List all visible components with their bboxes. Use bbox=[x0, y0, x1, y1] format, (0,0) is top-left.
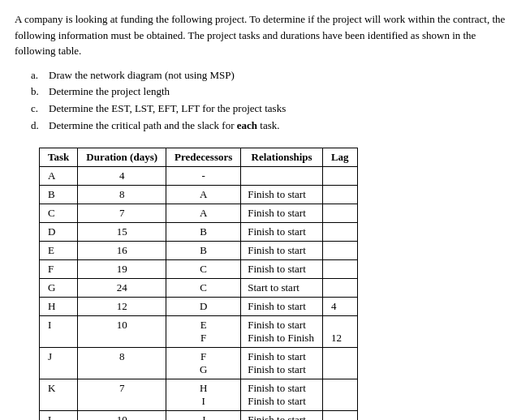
cell-task: D bbox=[40, 222, 78, 241]
list-text-c: Determine the EST, LST, EFT, LFT for the… bbox=[49, 101, 286, 118]
cell-predecessors: EF bbox=[166, 315, 241, 347]
cell-relationships: Finish to startFinish to Finish bbox=[241, 315, 323, 347]
col-header-lag: Lag bbox=[322, 148, 357, 166]
cell-predecessors: C bbox=[166, 278, 241, 297]
cell-lag bbox=[322, 379, 357, 410]
cell-lag: 4 bbox=[322, 297, 357, 315]
cell-task: K bbox=[40, 379, 78, 410]
col-header-task: Task bbox=[40, 148, 78, 166]
cell-predecessors: FG bbox=[166, 347, 241, 379]
cell-predecessors: B bbox=[166, 241, 241, 259]
cell-duration: 10 bbox=[78, 410, 166, 420]
cell-predecessors: HI bbox=[166, 379, 241, 410]
cell-relationships: Finish to start bbox=[241, 410, 323, 420]
table-row: H 12 D Finish to start 4 bbox=[40, 297, 358, 315]
cell-duration: 12 bbox=[78, 297, 166, 315]
cell-lag bbox=[322, 222, 357, 241]
cell-relationships: Finish to start bbox=[241, 185, 323, 204]
cell-lag: 12 bbox=[322, 315, 357, 347]
task-list: a. Draw the network diagram (not using M… bbox=[31, 67, 515, 135]
cell-task: I bbox=[40, 315, 78, 347]
table-row: B 8 A Finish to start bbox=[40, 185, 358, 204]
cell-task: G bbox=[40, 278, 78, 297]
cell-relationships bbox=[241, 166, 323, 185]
cell-lag bbox=[322, 204, 357, 222]
table-row: G 24 C Start to start bbox=[40, 278, 358, 297]
intro-paragraph: A company is looking at funding the foll… bbox=[15, 11, 515, 59]
cell-duration: 8 bbox=[78, 185, 166, 204]
list-label-d: d. bbox=[31, 118, 49, 135]
cell-lag bbox=[322, 241, 357, 259]
project-table: Task Duration (days) Predecessors Relati… bbox=[39, 148, 358, 420]
cell-duration: 19 bbox=[78, 259, 166, 278]
table-row: J 8 FG Finish to startFinish to start bbox=[40, 347, 358, 379]
list-text-d: Determine the critical path and the slac… bbox=[49, 118, 279, 135]
cell-task: B bbox=[40, 185, 78, 204]
cell-relationships: Finish to start bbox=[241, 297, 323, 315]
cell-predecessors: A bbox=[166, 185, 241, 204]
cell-predecessors: - bbox=[166, 166, 241, 185]
cell-relationships: Finish to startFinish to start bbox=[241, 379, 323, 410]
cell-relationships: Finish to startFinish to start bbox=[241, 347, 323, 379]
list-text-a: Draw the network diagram (not using MSP) bbox=[49, 67, 235, 84]
list-item-c: c. Determine the EST, LST, EFT, LFT for … bbox=[31, 101, 515, 118]
table-row: D 15 B Finish to start bbox=[40, 222, 358, 241]
cell-task: J bbox=[40, 347, 78, 379]
list-label-b: b. bbox=[31, 84, 49, 101]
cell-predecessors: J bbox=[166, 410, 241, 420]
table-row: E 16 B Finish to start bbox=[40, 241, 358, 259]
cell-lag bbox=[322, 185, 357, 204]
cell-predecessors: A bbox=[166, 204, 241, 222]
list-label-c: c. bbox=[31, 101, 49, 118]
cell-duration: 24 bbox=[78, 278, 166, 297]
cell-relationships: Finish to start bbox=[241, 204, 323, 222]
col-header-relationships: Relationships bbox=[241, 148, 323, 166]
cell-duration: 10 bbox=[78, 315, 166, 347]
cell-task: H bbox=[40, 297, 78, 315]
table-row: F 19 C Finish to start bbox=[40, 259, 358, 278]
cell-duration: 7 bbox=[78, 379, 166, 410]
cell-duration: 16 bbox=[78, 241, 166, 259]
cell-predecessors: B bbox=[166, 222, 241, 241]
list-item-d: d. Determine the critical path and the s… bbox=[31, 118, 515, 135]
list-item-a: a. Draw the network diagram (not using M… bbox=[31, 67, 515, 84]
table-row: K 7 HI Finish to startFinish to start bbox=[40, 379, 358, 410]
list-item-b: b. Determine the project length bbox=[31, 84, 515, 101]
cell-lag bbox=[322, 278, 357, 297]
list-text-b: Determine the project length bbox=[49, 84, 170, 101]
cell-lag bbox=[322, 259, 357, 278]
cell-relationships: Finish to start bbox=[241, 259, 323, 278]
cell-relationships: Finish to start bbox=[241, 241, 323, 259]
cell-predecessors: D bbox=[166, 297, 241, 315]
cell-task: F bbox=[40, 259, 78, 278]
col-header-predecessors: Predecessors bbox=[166, 148, 241, 166]
cell-predecessors: C bbox=[166, 259, 241, 278]
table-header-row: Task Duration (days) Predecessors Relati… bbox=[40, 148, 358, 166]
table-row: I 10 EF Finish to startFinish to Finish … bbox=[40, 315, 358, 347]
cell-lag bbox=[322, 347, 357, 379]
table-row: L 10 J Finish to start bbox=[40, 410, 358, 420]
cell-task: A bbox=[40, 166, 78, 185]
cell-lag bbox=[322, 166, 357, 185]
cell-task: C bbox=[40, 204, 78, 222]
cell-task: L bbox=[40, 410, 78, 420]
cell-duration: 15 bbox=[78, 222, 166, 241]
col-header-duration: Duration (days) bbox=[78, 148, 166, 166]
cell-lag bbox=[322, 410, 357, 420]
list-label-a: a. bbox=[31, 67, 49, 84]
cell-task: E bbox=[40, 241, 78, 259]
cell-duration: 4 bbox=[78, 166, 166, 185]
table-row: C 7 A Finish to start bbox=[40, 204, 358, 222]
cell-relationships: Start to start bbox=[241, 278, 323, 297]
cell-duration: 7 bbox=[78, 204, 166, 222]
table-row: A 4 - bbox=[40, 166, 358, 185]
cell-duration: 8 bbox=[78, 347, 166, 379]
cell-relationships: Finish to start bbox=[241, 222, 323, 241]
